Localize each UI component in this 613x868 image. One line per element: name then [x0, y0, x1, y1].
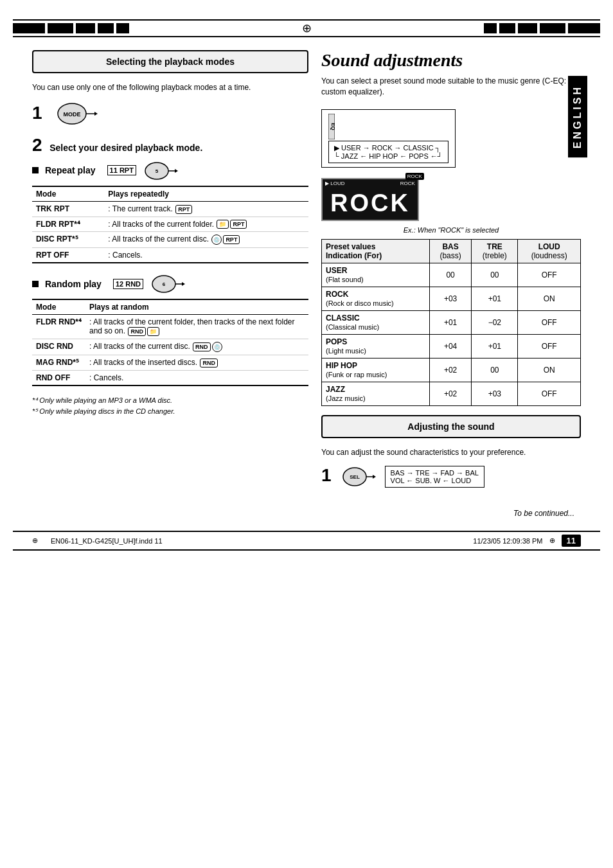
mode-rnd-off: RND OFF — [32, 371, 85, 386]
top-registration-bar: ⊕ — [13, 19, 600, 37]
eq-sequence-box: ▶ USER → ROCK → CLASSIC ┐ └ JAZZ ← HIP H… — [328, 141, 449, 163]
step2-number: 2 — [32, 135, 42, 155]
preset-col-loud: LOUD(loudness) — [518, 239, 581, 263]
adjusting-sound-title: Adjusting the sound — [407, 421, 494, 432]
rock-display-area: ▶ LOUD ROCK ROCK ROCK — [321, 178, 581, 221]
reg-block-7 — [499, 23, 515, 33]
sel-line1: BAS → TRE → FAD → BAL — [391, 469, 479, 477]
step1-row: 1 MODE — [32, 100, 308, 130]
pops-tre: +01 — [472, 334, 518, 358]
hiphop-tre: 00 — [472, 358, 518, 382]
rock-loud: ON — [518, 287, 581, 310]
mode-trk-rpt: TRK RPT — [32, 201, 104, 217]
right-crosshair-icon: ⊕ — [549, 536, 555, 545]
mode-fldr-rpt-desc: : All tracks of the current folder. 📁RPT — [104, 217, 308, 232]
bottom-bar: ⊕ EN06-11_KD-G425[U_UH]f.indd 11 11/23/0… — [13, 531, 600, 551]
to-be-continued: To be continued... — [13, 509, 600, 518]
pops-bas: +04 — [429, 334, 471, 358]
table-row: RPT OFF : Cancels. — [32, 248, 308, 263]
jazz-bas: +02 — [429, 382, 471, 405]
mode-knob-diagram: MODE — [53, 100, 98, 130]
svg-marker-3 — [94, 112, 98, 116]
footnote-5: *⁵ Only while playing discs in the CD ch… — [32, 406, 308, 417]
folder-badge-1: 📁 — [217, 220, 229, 229]
table-row: DISC RND : All tracks of the current dis… — [32, 339, 308, 355]
mode-disc-rnd-desc: : All tracks of the current disc. RND💿 — [85, 339, 308, 355]
preset-jazz: JAZZ(Jazz music) — [322, 382, 430, 405]
random-col-mode: Mode — [32, 299, 85, 315]
repeat-play-label: Repeat play — [45, 165, 96, 175]
svg-marker-17 — [373, 475, 376, 479]
bottom-bar-right: 11/23/05 12:09:38 PM ⊕ 11 — [473, 535, 581, 547]
bottom-date: 11/23/05 12:09:38 PM — [473, 537, 542, 545]
random-knob-svg: 6 — [150, 272, 185, 295]
table-row: DISC RPT*⁵ : All tracks of the current d… — [32, 232, 308, 248]
reg-block-6 — [484, 23, 497, 33]
svg-text:6: 6 — [163, 281, 166, 287]
preset-values-header: Preset values — [326, 242, 425, 251]
pops-loud: OFF — [518, 334, 581, 358]
eq-line2: └ JAZZ ← HIP HOP ← POPS ←┘ — [334, 152, 443, 160]
rpt-badge-2: RPT — [230, 220, 247, 229]
rock-display-wrapper: ▶ LOUD ROCK ROCK ROCK — [321, 178, 419, 221]
reg-block-3 — [76, 23, 95, 33]
jazz-tre: +03 — [472, 382, 518, 405]
random-play-section: Random play 12 RND 6 Mode Plays at — [32, 272, 308, 386]
right-column: ENGLISH Sound adjustments You can select… — [321, 50, 581, 490]
loud-indicator: ▶ LOUD — [325, 181, 344, 186]
adjusting-sound-description: You can adjust the sound characteristics… — [321, 447, 581, 458]
mode-disc-rpt: DISC RPT*⁵ — [32, 232, 104, 248]
svg-text:5: 5 — [155, 168, 159, 174]
classic-bas: +01 — [429, 310, 471, 334]
playback-modes-description: You can use only one of the following pl… — [32, 82, 308, 93]
mode-mag-rnd-desc: : All tracks of the inserted discs. RND — [85, 355, 308, 371]
repeat-col-mode: Mode — [32, 186, 104, 202]
english-language-tab: ENGLISH — [568, 76, 587, 157]
step2-row: 2 Select your desired playback mode. — [32, 136, 308, 154]
preset-pops: POPS(Light music) — [322, 334, 430, 358]
left-crosshair-icon: ⊕ — [32, 536, 38, 545]
top-crosshair: ⊕ — [287, 21, 326, 35]
repeat-col-plays: Plays repeatedly — [104, 186, 308, 202]
mode-trk-rpt-desc: : The current track. RPT — [104, 201, 308, 217]
rock-indicator-label: ROCK — [400, 181, 415, 186]
adjusting-sound-header: Adjusting the sound — [321, 415, 581, 438]
reg-block-10 — [568, 23, 600, 33]
preset-rock: ROCK(Rock or disco music) — [322, 287, 430, 310]
rpt-badge-3: RPT — [223, 235, 240, 244]
mode-knob-svg: MODE — [53, 100, 98, 128]
preset-classic: CLASSIC(Classical music) — [322, 310, 430, 334]
mode-disc-rnd: DISC RND — [32, 339, 85, 355]
footnotes: *⁴ Only while playing an MP3 or a WMA di… — [32, 395, 308, 416]
mode-fldr-rnd-desc: : All tracks of the current folder, then… — [85, 315, 308, 339]
random-play-header: Random play 12 RND 6 — [32, 272, 308, 295]
table-row: ROCK(Rock or disco music) +03 +01 ON — [322, 287, 581, 310]
rock-caption: Ex.: When "ROCK" is selected — [321, 226, 581, 234]
rnd-badge-2: RND — [193, 342, 211, 351]
sel-knob-svg: SEL — [341, 464, 376, 490]
table-row: FLDR RND*⁴ : All tracks of the current f… — [32, 315, 308, 339]
disc-badge-2: 💿 — [212, 342, 222, 352]
table-row: JAZZ(Jazz music) +02 +03 OFF — [322, 382, 581, 405]
reg-block-8 — [518, 23, 537, 33]
main-content: Selecting the playback modes You can use… — [13, 44, 600, 496]
rock-bas: +03 — [429, 287, 471, 310]
reg-block-2 — [48, 23, 73, 33]
user-bas: 00 — [429, 263, 471, 287]
page-number: 11 — [562, 535, 581, 547]
random-play-label: Random play — [45, 279, 102, 289]
jazz-loud: OFF — [518, 382, 581, 405]
table-row: RND OFF : Cancels. — [32, 371, 308, 386]
classic-loud: OFF — [518, 310, 581, 334]
eq-cycle-diagram: EQ ▶ USER → ROCK → CLASSIC ┐ └ JAZZ ← HI… — [321, 109, 456, 168]
folder-badge-2: 📁 — [147, 327, 159, 336]
mode-rpt-off-desc: : Cancels. — [104, 248, 308, 263]
repeat-play-bullet — [32, 167, 39, 173]
random-play-bullet — [32, 281, 39, 287]
adjusting-sound-section: Adjusting the sound You can adjust the s… — [321, 415, 581, 490]
sound-adjustments-description: You can select a preset sound mode suita… — [321, 76, 581, 98]
table-row: TRK RPT : The current track. RPT — [32, 201, 308, 217]
hiphop-bas: +02 — [429, 358, 471, 382]
left-column: Selecting the playback modes You can use… — [32, 50, 308, 490]
random-col-plays: Plays at random — [85, 299, 308, 315]
